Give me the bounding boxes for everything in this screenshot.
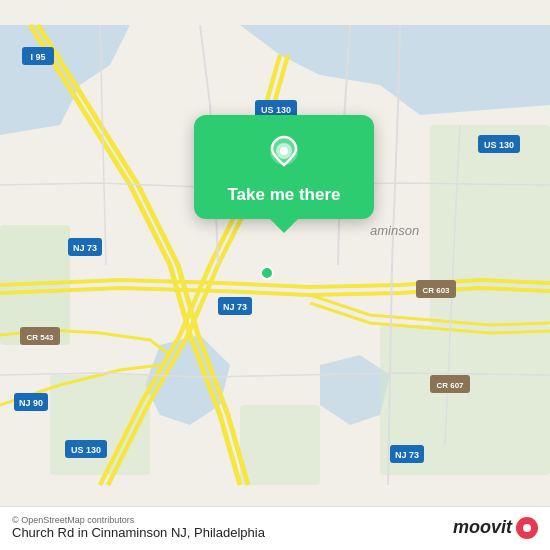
moovit-brand-text: moovit [453, 517, 512, 538]
svg-text:NJ 73: NJ 73 [395, 450, 419, 460]
map-svg: I 95 NJ 73 NJ 73 NJ 73 US 130 US 130 US … [0, 0, 550, 550]
bottom-bar: © OpenStreetMap contributors Church Rd i… [0, 506, 550, 550]
take-me-there-label: Take me there [227, 185, 340, 205]
attribution-text: © OpenStreetMap contributors [12, 515, 265, 525]
svg-text:US 130: US 130 [484, 140, 514, 150]
moovit-dot-icon [516, 517, 538, 539]
svg-point-28 [261, 267, 273, 279]
svg-text:NJ 90: NJ 90 [19, 398, 43, 408]
svg-text:US 130: US 130 [71, 445, 101, 455]
moovit-logo: moovit [453, 517, 538, 539]
svg-point-31 [280, 147, 288, 155]
svg-text:US 130: US 130 [261, 105, 291, 115]
svg-text:I 95: I 95 [30, 52, 45, 62]
popup-card[interactable]: Take me there [194, 115, 374, 219]
location-pin-icon [262, 133, 306, 177]
moovit-dot-inner [523, 524, 531, 532]
svg-text:NJ 73: NJ 73 [223, 302, 247, 312]
svg-text:CR 543: CR 543 [26, 333, 54, 342]
svg-text:aminson: aminson [370, 223, 419, 238]
location-label: Church Rd in Cinnaminson NJ, Philadelphi… [12, 525, 265, 540]
svg-rect-3 [50, 375, 150, 475]
svg-text:NJ 73: NJ 73 [73, 243, 97, 253]
svg-text:CR 607: CR 607 [436, 381, 464, 390]
map-container: I 95 NJ 73 NJ 73 NJ 73 US 130 US 130 US … [0, 0, 550, 550]
bottom-bar-info: © OpenStreetMap contributors Church Rd i… [12, 515, 265, 540]
svg-text:CR 603: CR 603 [422, 286, 450, 295]
svg-rect-4 [240, 405, 320, 485]
